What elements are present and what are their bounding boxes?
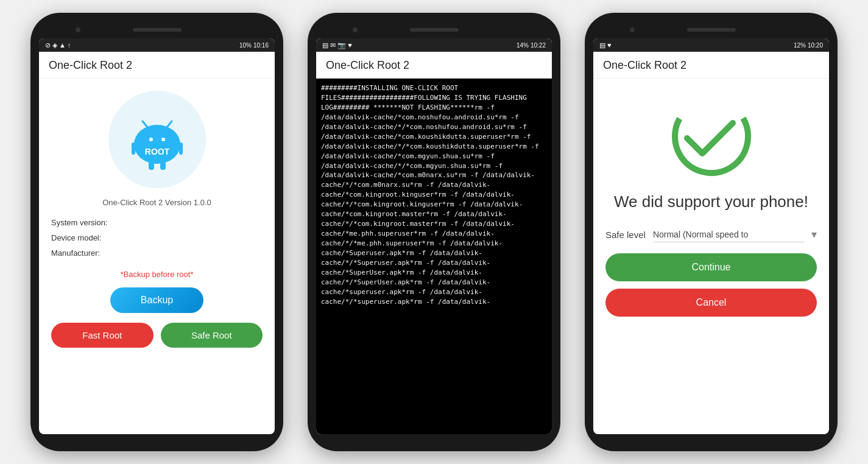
safe-level-label: Safe level — [605, 230, 646, 240]
phone1-time: 10:16 — [253, 42, 269, 49]
phone3: ▤ ♥ 12% 10:20 One-Click Root 2 We did su… — [585, 13, 838, 451]
phone1-status-bar: ⊘ ◈ ▲ ↑ 10% 10:16 — [39, 38, 275, 52]
phone2-top-bar — [316, 21, 552, 38]
phone2: ▤ ✉ 📷 ♥ 14% 10:22 One-Click Root 2 #####… — [308, 13, 560, 451]
phone1-bottom — [39, 434, 275, 443]
safe-level-select[interactable]: Normal (Normal speed to — [653, 227, 804, 242]
phone1-manufacturer: Manufacturer: — [51, 248, 263, 258]
phone1-battery: 10% — [239, 42, 252, 49]
phone1-top-bar — [39, 21, 275, 38]
phone1-status-left: ⊘ ◈ ▲ ↑ — [45, 41, 71, 49]
phone3-top-bar — [593, 21, 829, 38]
phone3-bottom — [593, 434, 829, 443]
support-text: We did support your phone! — [614, 192, 808, 213]
svg-point-3 — [149, 138, 153, 141]
success-svg — [666, 91, 757, 182]
svg-rect-7 — [132, 142, 135, 155]
phone1: ⊘ ◈ ▲ ↑ 10% 10:16 One-Click Root 2 — [30, 13, 283, 451]
phone2-battery: 14% — [517, 42, 529, 49]
phone1-system-version: System version: — [51, 218, 263, 227]
fast-root-button[interactable]: Fast Root — [51, 323, 153, 348]
log-area: #########INSTALLING ONE-CLICK ROOT FILES… — [316, 79, 552, 434]
safe-level-row: Safe level Normal (Normal speed to ▾ — [605, 227, 817, 242]
svg-point-4 — [161, 138, 165, 141]
phone1-status-icons-left: ⊘ ◈ ▲ ↑ — [45, 41, 71, 49]
svg-text:ROOT: ROOT — [144, 147, 169, 156]
phone2-bottom — [316, 434, 552, 443]
phone2-status-right: 14% 10:22 — [517, 42, 546, 49]
phone1-content: ROOT One-Click Root 2 Version 1.0.0 Syst… — [39, 79, 275, 434]
phone2-content: #########INSTALLING ONE-CLICK ROOT FILES… — [316, 79, 552, 434]
phone1-screen: ⊘ ◈ ▲ ↑ 10% 10:16 One-Click Root 2 — [39, 38, 275, 434]
phone2-screen: ▤ ✉ 📷 ♥ 14% 10:22 One-Click Root 2 #####… — [316, 38, 552, 434]
phone1-camera — [76, 27, 80, 32]
phone2-status-bar: ▤ ✉ 📷 ♥ 14% 10:22 — [316, 38, 552, 52]
phone3-battery: 12% — [794, 42, 806, 49]
dropdown-arrow-icon: ▾ — [811, 228, 817, 241]
backup-button[interactable]: Backup — [110, 287, 203, 313]
phone1-status-right: 10% 10:16 — [239, 42, 269, 49]
svg-rect-5 — [149, 161, 154, 170]
phone2-camera — [353, 27, 358, 32]
safe-root-button[interactable]: Safe Root — [161, 323, 263, 348]
phone1-version: One-Click Root 2 Version 1.0.0 — [102, 198, 211, 207]
phone3-status-bar: ▤ ♥ 12% 10:20 — [593, 38, 829, 52]
phone2-speaker — [410, 28, 459, 32]
phone1-speaker — [133, 28, 182, 32]
phone3-left-icons: ▤ ♥ — [599, 41, 612, 49]
svg-line-1 — [143, 121, 147, 127]
phone3-app-title: One-Click Root 2 — [603, 59, 686, 71]
phone1-backup-warning: *Backup before root* — [121, 270, 194, 279]
phone1-device-model: Device model: — [51, 233, 263, 242]
svg-rect-8 — [179, 142, 183, 155]
root-buttons-row: Fast Root Safe Root — [51, 323, 263, 348]
phone2-status-left: ▤ ✉ 📷 ♥ — [322, 41, 352, 49]
svg-point-10 — [666, 91, 757, 182]
android-logo-svg: ROOT — [121, 109, 194, 170]
phone3-time: 10:20 — [808, 42, 823, 49]
phone3-status-right: 12% 10:20 — [794, 42, 823, 49]
phone3-title-bar: One-Click Root 2 — [593, 52, 829, 79]
svg-point-0 — [134, 125, 180, 164]
svg-line-2 — [167, 121, 172, 127]
phone3-status-left: ▤ ♥ — [599, 41, 612, 49]
android-logo-circle: ROOT — [108, 91, 206, 188]
phone2-left-icons: ▤ ✉ 📷 ♥ — [322, 41, 352, 49]
phone2-title-bar: One-Click Root 2 — [316, 52, 552, 79]
continue-button[interactable]: Continue — [605, 253, 817, 281]
cancel-button[interactable]: Cancel — [605, 289, 817, 317]
phone1-app-title: One-Click Root 2 — [49, 59, 132, 71]
svg-rect-6 — [160, 161, 166, 170]
phone3-screen: ▤ ♥ 12% 10:20 One-Click Root 2 We did su… — [593, 38, 829, 434]
success-circle — [666, 91, 757, 182]
phone2-app-title: One-Click Root 2 — [326, 59, 409, 71]
phone3-content: We did support your phone! Safe level No… — [593, 79, 829, 434]
phone3-camera — [630, 27, 635, 32]
phone1-title-bar: One-Click Root 2 — [39, 52, 275, 79]
phone2-time: 10:22 — [531, 42, 546, 49]
phone3-speaker — [687, 28, 736, 32]
